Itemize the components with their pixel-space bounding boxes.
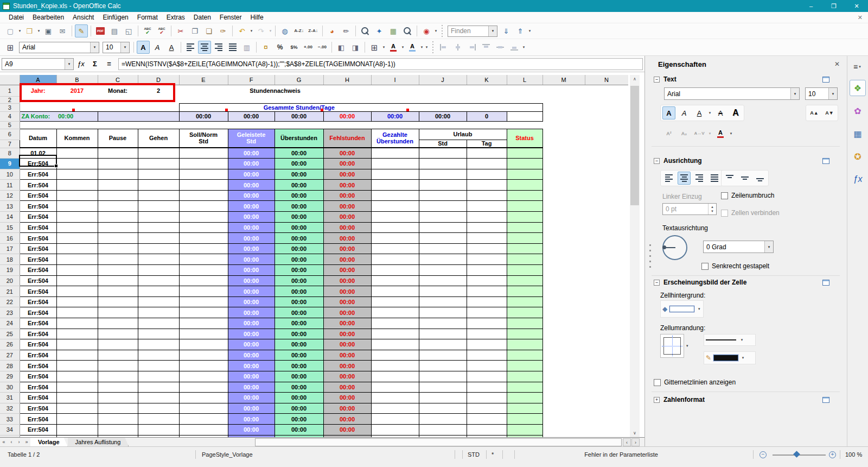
- cell-B12[interactable]: [56, 190, 98, 201]
- cell-H10[interactable]: 00:00: [323, 169, 371, 180]
- cell-K12[interactable]: [467, 190, 507, 201]
- cell-H22[interactable]: 00:00: [323, 296, 371, 307]
- cell-G33[interactable]: 00:00: [275, 414, 323, 425]
- collapse-icon[interactable]: −: [654, 158, 660, 164]
- cell-L30[interactable]: [507, 382, 542, 393]
- sheet-title-cell[interactable]: Stundennachweis: [179, 85, 371, 96]
- cell-M29[interactable]: [542, 371, 585, 382]
- cell-F30[interactable]: 00:00: [228, 382, 275, 393]
- cell-K30[interactable]: [467, 382, 507, 393]
- sb-underline-dropdown[interactable]: ▾: [707, 106, 712, 119]
- underline-icon[interactable]: A: [165, 41, 178, 54]
- cell-B9[interactable]: [56, 159, 98, 169]
- cell-G30[interactable]: 00:00: [275, 382, 323, 393]
- cell-F19[interactable]: 00:00: [228, 265, 275, 276]
- cell-E32[interactable]: [179, 403, 228, 414]
- row-header-4[interactable]: 4: [0, 111, 20, 121]
- cell-G15[interactable]: 00:00: [275, 222, 323, 233]
- copy-icon[interactable]: ❐: [188, 24, 201, 37]
- gallery-icon[interactable]: ▦: [387, 24, 400, 37]
- first-sheet-icon[interactable]: «: [0, 438, 8, 446]
- cell-K22[interactable]: [467, 296, 507, 307]
- column-header-L[interactable]: L: [507, 75, 542, 85]
- cell-B32[interactable]: [56, 403, 98, 414]
- cell-I20[interactable]: [371, 275, 419, 286]
- cell-K31[interactable]: [467, 393, 507, 403]
- cell-L19[interactable]: [507, 265, 542, 276]
- cell-K10[interactable]: [467, 169, 507, 180]
- cell-A12[interactable]: Err:504: [20, 190, 56, 201]
- cell-N23[interactable]: [585, 307, 628, 318]
- cell-A30[interactable]: Err:504: [20, 382, 56, 393]
- align-section-dialog-icon[interactable]: [822, 158, 829, 164]
- spinner-arrows-icon[interactable]: ▲▼: [708, 204, 716, 214]
- cell-M25[interactable]: [542, 329, 585, 339]
- cell-J23[interactable]: [419, 307, 467, 318]
- sb-decrease-font-icon[interactable]: A▼: [823, 106, 836, 119]
- cell-K15[interactable]: [467, 222, 507, 233]
- cell-I1[interactable]: [371, 85, 628, 96]
- cell-A8[interactable]: 01.02: [20, 148, 56, 159]
- cell-J19[interactable]: [419, 265, 467, 276]
- cell-N18[interactable]: [585, 254, 628, 265]
- zoom-in-icon[interactable]: +: [829, 451, 836, 458]
- menu-item-daten[interactable]: Daten: [189, 12, 215, 23]
- row-header-27[interactable]: 27: [0, 350, 20, 361]
- row-header-1[interactable]: 1: [0, 85, 20, 96]
- cell-K8[interactable]: [467, 148, 507, 159]
- autospellcheck-icon[interactable]: ABC✔: [155, 24, 168, 37]
- cell-D28[interactable]: [138, 361, 179, 371]
- open-dropdown[interactable]: ▾: [36, 24, 41, 37]
- cell-D32[interactable]: [138, 403, 179, 414]
- row-header-25[interactable]: 25: [0, 329, 20, 339]
- navigator-deck-tab[interactable]: ✪: [850, 148, 866, 165]
- cell-C29[interactable]: [98, 371, 138, 382]
- rotation-degrees[interactable]: 0 Grad ▾: [703, 241, 774, 253]
- column-header-D[interactable]: D: [138, 75, 179, 85]
- collapse-icon[interactable]: −: [654, 280, 660, 286]
- cell-section-dialog-icon[interactable]: [822, 280, 829, 286]
- cell-M31[interactable]: [542, 393, 585, 403]
- border-preset-arrow[interactable]: ▾: [686, 344, 688, 348]
- cell-N17[interactable]: [585, 243, 628, 254]
- cell-D30[interactable]: [138, 382, 179, 393]
- cell-E8[interactable]: [179, 148, 228, 159]
- hyperlink-icon[interactable]: ◍: [278, 24, 291, 37]
- close-icon[interactable]: ✕: [845, 0, 868, 12]
- row-header-24[interactable]: 24: [0, 318, 20, 329]
- row-header-15[interactable]: 15: [0, 222, 20, 233]
- cell-M30[interactable]: [542, 382, 585, 393]
- cell-D20[interactable]: [138, 275, 179, 286]
- cell-L34[interactable]: [507, 424, 542, 435]
- cell-K27[interactable]: [467, 350, 507, 361]
- cell-A4[interactable]: ZA Konto:: [20, 111, 56, 121]
- cell-J12[interactable]: [419, 190, 467, 201]
- toolbar-grip[interactable]: [432, 41, 434, 53]
- cell-L16[interactable]: [507, 233, 542, 244]
- sum-icon[interactable]: Σ: [88, 60, 102, 68]
- cell-J22[interactable]: [419, 296, 467, 307]
- cell-D34[interactable]: [138, 424, 179, 435]
- cell-K17[interactable]: [467, 243, 507, 254]
- cell-C15[interactable]: [98, 222, 138, 233]
- border-preset-button[interactable]: [660, 334, 684, 358]
- text-section-header[interactable]: −Text: [654, 75, 676, 83]
- scroll-left-icon[interactable]: ‹: [623, 438, 631, 446]
- number-format-section-header[interactable]: +Zahlenformat: [654, 396, 705, 403]
- cell-D31[interactable]: [138, 393, 179, 403]
- cell-C13[interactable]: [98, 201, 138, 212]
- properties-deck-tab[interactable]: ❖: [850, 80, 866, 96]
- cell-J4[interactable]: 00:00: [419, 111, 467, 121]
- cell-F24[interactable]: 00:00: [228, 318, 275, 329]
- styles-deck-tab[interactable]: ✿: [850, 103, 866, 119]
- row-header-12[interactable]: 12: [0, 190, 20, 201]
- row-header-18[interactable]: 18: [0, 254, 20, 265]
- undo-dropdown[interactable]: ▾: [249, 24, 254, 37]
- cell-K20[interactable]: [467, 275, 507, 286]
- rotation-degrees-arrow[interactable]: ▾: [764, 241, 773, 253]
- cell-E4[interactable]: 00:00: [179, 111, 228, 121]
- cell-N14[interactable]: [585, 212, 628, 223]
- find-down-icon[interactable]: ⇓: [500, 24, 513, 37]
- sb-shadow-icon[interactable]: A: [729, 106, 742, 119]
- cell-A26[interactable]: Err:504: [20, 339, 56, 350]
